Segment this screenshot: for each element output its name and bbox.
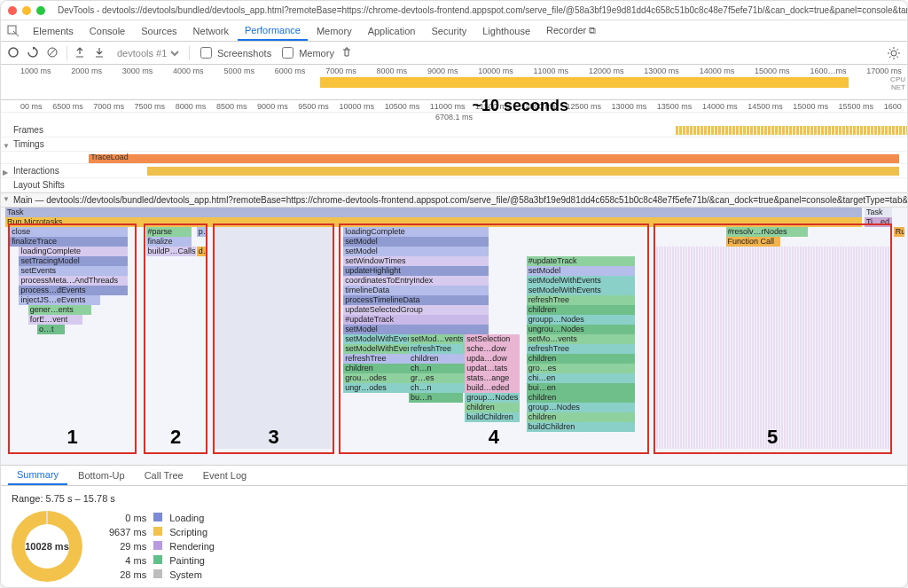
tab-application[interactable]: Application <box>361 22 423 40</box>
tab-bottom-up[interactable]: Bottom-Up <box>69 466 134 484</box>
flame-entry[interactable]: timelineData <box>343 286 489 295</box>
flame-entry[interactable]: children <box>409 354 463 364</box>
time-ruler[interactable]: 00 ms6500 ms7000 ms7500 ms8000 ms8500 ms… <box>1 100 907 113</box>
download-icon[interactable] <box>94 47 106 59</box>
minimize-window-icon[interactable] <box>22 6 31 15</box>
flame-entry[interactable]: sche…dow <box>465 344 519 354</box>
tab-recorder[interactable]: Recorder ⧉ <box>539 21 603 40</box>
layout-shifts-track[interactable]: Layout Shifts <box>1 178 907 192</box>
flame-entry[interactable]: setTracingModel <box>19 256 128 266</box>
timing-traceload[interactable]: TraceLoad <box>1 152 907 164</box>
flame-entry[interactable]: updat…tats <box>465 364 519 373</box>
flame-task[interactable]: Task <box>5 208 862 217</box>
trash-icon[interactable] <box>341 47 354 59</box>
tab-event-log[interactable]: Event Log <box>194 466 256 484</box>
flame-entry[interactable]: forE…vent <box>28 315 82 325</box>
flame-task-right[interactable]: Task <box>865 208 892 217</box>
tab-summary[interactable]: Summary <box>8 466 67 485</box>
flame-entry[interactable]: setModelWithEvents <box>527 286 636 295</box>
flame-ru-ks[interactable]: Ru…ks <box>894 227 904 237</box>
flame-entry[interactable]: p… <box>197 227 206 237</box>
flame-entry[interactable]: setModel <box>527 266 636 276</box>
flame-entry[interactable]: #updateTrack <box>343 315 489 325</box>
close-window-icon[interactable] <box>8 6 17 15</box>
flame-entry[interactable]: children <box>527 412 636 422</box>
tab-lighthouse[interactable]: Lighthouse <box>475 22 537 40</box>
flame-entry[interactable]: setSelection <box>465 334 519 344</box>
flame-entry[interactable]: #parse <box>146 227 192 237</box>
flame-entry[interactable]: setModel <box>343 247 489 256</box>
flame-entry[interactable]: refreshTree <box>409 344 463 354</box>
flame-entry[interactable]: refreshTree <box>527 344 636 354</box>
tab-performance[interactable]: Performance <box>238 21 308 41</box>
timings-track[interactable]: ▼Timings <box>1 137 907 152</box>
flame-entry[interactable]: ungrou…Nodes <box>527 325 636 334</box>
flame-entry[interactable]: chi…en <box>527 373 636 383</box>
memory-checkbox[interactable]: Memory <box>278 44 334 61</box>
frames-track[interactable]: Frames <box>1 123 907 137</box>
flame-entry[interactable]: bui…en <box>527 383 636 393</box>
flame-entry[interactable]: setModelWithEvents <box>527 276 636 286</box>
flame-entry[interactable]: stats…ange <box>465 373 519 383</box>
flame-entry[interactable]: group…Nodes <box>465 393 519 403</box>
flame-entry[interactable]: loadingComplete <box>19 247 128 256</box>
flame-ti-ed[interactable]: Ti…ed <box>865 217 892 227</box>
flame-entry[interactable]: #updateTrack <box>527 256 636 266</box>
flame-entry[interactable]: gro…es <box>527 364 636 373</box>
tab-network[interactable]: Network <box>186 22 236 40</box>
flame-entry[interactable]: updateSelectedGroup <box>343 305 489 315</box>
flame-entry[interactable]: coordinatesToEntryIndex <box>343 276 489 286</box>
flame-entry[interactable]: finalizeTrace <box>10 237 128 247</box>
flame-entry[interactable]: group…Nodes <box>527 403 636 412</box>
maximize-window-icon[interactable] <box>36 6 45 15</box>
flame-entry[interactable]: children <box>465 403 519 412</box>
overview-strip[interactable]: 1000 ms2000 ms3000 ms4000 ms5000 ms6000 … <box>1 65 907 100</box>
flame-entry[interactable]: processMeta…AndThreads <box>19 276 128 286</box>
flame-entry[interactable]: ch…n <box>409 364 463 373</box>
inspect-icon[interactable] <box>6 24 20 38</box>
flame-entry[interactable]: Function Call <box>726 237 780 247</box>
reload-icon[interactable] <box>27 47 40 59</box>
main-thread-header[interactable]: ▼Main — devtools://devtools/bundled/devt… <box>1 192 907 208</box>
tab-console[interactable]: Console <box>82 22 132 40</box>
tab-elements[interactable]: Elements <box>26 22 81 40</box>
flame-entry[interactable]: build…eded <box>465 383 519 393</box>
flame-entry[interactable]: upda…dow <box>465 354 519 364</box>
screenshots-checkbox[interactable]: Screenshots <box>197 44 271 61</box>
flame-entry[interactable]: buildChildren <box>465 412 519 422</box>
flame-entry[interactable]: #resolv…rNodes <box>726 227 808 237</box>
tab-memory[interactable]: Memory <box>309 22 359 40</box>
flame-entry[interactable]: finalize <box>146 237 192 247</box>
flame-entry[interactable]: setWindowTimes <box>343 256 489 266</box>
flame-entry[interactable]: children <box>527 393 636 403</box>
flame-entry[interactable]: children <box>527 354 636 364</box>
flame-entry[interactable]: injectJS…eEvents <box>19 295 100 305</box>
flame-entry[interactable]: gener…ents <box>28 305 92 315</box>
record-icon[interactable] <box>8 47 20 59</box>
flame-entry[interactable]: buildP…Calls <box>146 247 196 256</box>
flame-entry[interactable]: loadingComplete <box>343 227 489 237</box>
flame-entry[interactable]: process…dEvents <box>19 286 128 295</box>
flame-entry[interactable]: setModel <box>343 325 489 334</box>
upload-icon[interactable] <box>74 47 87 59</box>
flame-entry[interactable]: d… <box>197 247 206 256</box>
flame-entry[interactable]: processTimelineData <box>343 295 489 305</box>
flame-entry[interactable]: groupp…Nodes <box>527 315 636 325</box>
flame-entry[interactable]: children <box>527 305 636 315</box>
flame-entry[interactable]: gr…es <box>409 373 463 383</box>
flame-chart[interactable]: Task Task Run Microtasks Ti…ed Ru…ks clo… <box>1 208 907 465</box>
interactions-track[interactable]: ▶Interactions <box>1 164 907 178</box>
gear-icon[interactable] <box>888 47 900 59</box>
clear-icon[interactable] <box>47 47 59 59</box>
profile-selector[interactable]: devtools #1 <box>114 47 182 59</box>
flame-entry[interactable]: buildChildren <box>527 422 636 432</box>
flame-entry[interactable]: bu…n <box>409 393 463 403</box>
flame-entry[interactable]: setMo…vents <box>527 334 636 344</box>
flame-entry[interactable]: setEvents <box>19 266 128 276</box>
tab-security[interactable]: Security <box>424 22 474 40</box>
flame-entry[interactable]: setModel <box>343 237 489 247</box>
tab-call-tree[interactable]: Call Tree <box>136 466 192 484</box>
flame-entry[interactable]: ch…n <box>409 383 463 393</box>
flame-entry[interactable]: close <box>10 227 128 237</box>
flame-entry[interactable]: updateHighlight <box>343 266 489 276</box>
